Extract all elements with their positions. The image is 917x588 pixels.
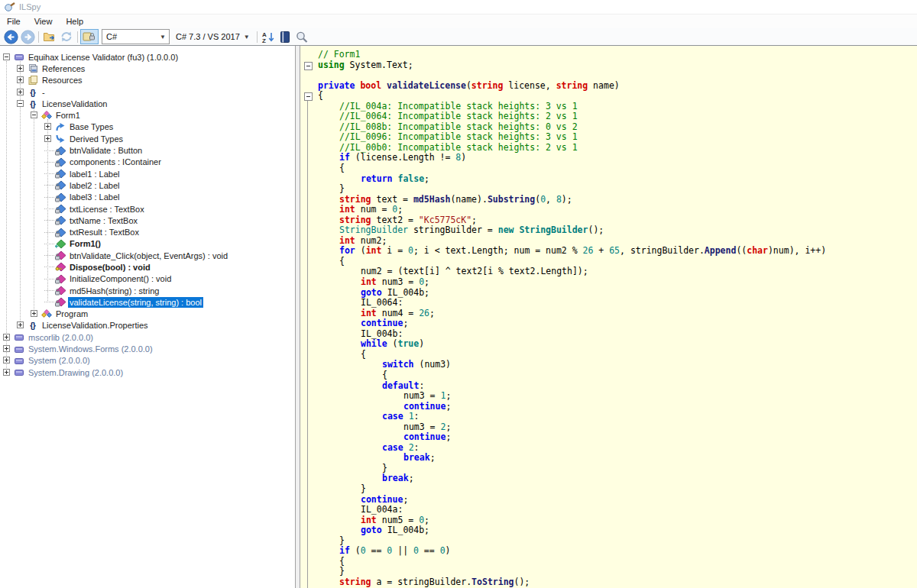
fold-collapse-icon[interactable]	[304, 92, 313, 101]
assembly-tree: Equihax License Validator (fu3) (1.0.0.0…	[0, 46, 296, 588]
forward-button[interactable]	[19, 29, 36, 44]
tree-item[interactable]: Form1()	[0, 238, 295, 250]
tree-item-label: txtName : TextBox	[68, 215, 139, 226]
decompile-view-button[interactable]	[277, 29, 293, 44]
tree-item-label: Derived Types	[68, 134, 125, 144]
field-private-icon	[54, 146, 66, 156]
search-button[interactable]	[293, 29, 310, 44]
expand-expander-icon[interactable]	[44, 122, 51, 131]
code-line: }	[300, 567, 917, 577]
tree-item[interactable]: Base Types	[0, 121, 295, 133]
expand-expander-icon[interactable]	[44, 134, 51, 144]
code-line: string text2 = "Kc5775cK";	[300, 215, 917, 226]
tree-item[interactable]: label3 : Label	[0, 192, 295, 203]
expand-expander-icon[interactable]	[3, 356, 10, 365]
code-line: continue;	[300, 318, 917, 329]
expand-expander-icon[interactable]	[3, 344, 10, 354]
tree-item[interactable]: {}LicenseValidation.Properties	[0, 320, 295, 331]
tree-item[interactable]: System.Drawing (2.0.0.0)	[0, 367, 295, 378]
svg-text:Z: Z	[262, 37, 266, 44]
tree-item[interactable]: Derived Types	[0, 133, 295, 144]
code-line: }	[300, 464, 917, 474]
tree-item[interactable]: label2 : Label	[0, 179, 295, 191]
tree-item-label: InitializeComponent() : void	[68, 273, 173, 284]
tree-item[interactable]: Resources	[0, 75, 295, 86]
tree-item-label: System.Windows.Forms (2.0.0.0)	[27, 344, 154, 354]
tree-item-label: Program	[54, 309, 89, 319]
code-line: break;	[300, 473, 917, 484]
tree-item-label: Dispose(bool) : void	[68, 262, 152, 273]
tree-item[interactable]: components : IContainer	[0, 157, 295, 168]
tree-item[interactable]: txtLicense : TextBox	[0, 203, 295, 215]
language-version-select[interactable]: C# 7.3 / VS 2017 ▼	[176, 32, 250, 41]
menu-help[interactable]: Help	[59, 15, 90, 27]
code-line: int num3 = 0;	[300, 277, 917, 288]
tree-item[interactable]: InitializeComponent() : void	[0, 273, 295, 285]
collapse-expander-icon[interactable]	[3, 53, 10, 62]
assembly-icon	[13, 367, 24, 377]
title-bar: ILSpy	[0, 0, 917, 15]
back-button[interactable]	[2, 29, 19, 44]
field-private-icon	[54, 204, 66, 214]
chevron-down-icon: ▼	[244, 34, 250, 40]
code-line: //IL_00b0: Incompatible stack heights: 2…	[300, 143, 917, 153]
code-line: string a = stringBuilder.ToString();	[300, 577, 917, 588]
toolbar-separator	[77, 31, 78, 43]
toolbar-separator	[38, 31, 39, 43]
collapse-expander-icon[interactable]	[31, 111, 37, 120]
tree-item[interactable]: Form1	[0, 109, 295, 121]
tree-item[interactable]: txtResult : TextBox	[0, 226, 295, 237]
tree-item[interactable]: btnValidate : Button	[0, 144, 295, 156]
tree-item[interactable]: Dispose(bool) : void	[0, 261, 295, 273]
namespace-icon: {}	[27, 87, 38, 97]
sort-assemblies-button[interactable]: AZ	[260, 29, 277, 44]
tree-item[interactable]: {}LicenseValidation	[0, 98, 295, 109]
tree-item-label: label3 : Label	[68, 192, 121, 202]
tree-item-label: btnValidate : Button	[68, 145, 144, 156]
expand-expander-icon[interactable]	[3, 368, 10, 377]
expand-expander-icon[interactable]	[17, 321, 24, 330]
tree-item[interactable]: txtName : TextBox	[0, 215, 295, 226]
tree-item[interactable]: System.Windows.Forms (2.0.0.0)	[0, 343, 295, 354]
tree-item[interactable]: mscorlib (2.0.0.0)	[0, 331, 295, 343]
tree-item[interactable]: Equihax License Validator (fu3) (1.0.0.0…	[0, 51, 295, 63]
open-file-button[interactable]	[41, 29, 58, 44]
menu-view[interactable]: View	[28, 15, 60, 27]
code-line: {	[300, 163, 917, 174]
tree-item[interactable]: validateLicense(string, string) : bool	[0, 296, 295, 308]
expand-expander-icon[interactable]	[17, 88, 24, 97]
tree-item[interactable]: Program	[0, 309, 295, 320]
tree-item[interactable]: btnValidate_Click(object, EventArgs) : v…	[0, 250, 295, 261]
code-line: IL_0064:	[300, 298, 917, 309]
tree-connector	[44, 173, 54, 174]
code-line: while (true)	[300, 339, 917, 350]
code-line: if (0 == 0 || 0 == 0)	[300, 546, 917, 557]
menu-file[interactable]: File	[0, 15, 28, 27]
expand-expander-icon[interactable]	[17, 64, 24, 73]
tree-item[interactable]: System (2.0.0.0)	[0, 355, 295, 367]
tree-item[interactable]: label1 : Label	[0, 168, 295, 179]
tree-connector	[44, 244, 54, 244]
expand-expander-icon[interactable]	[31, 309, 37, 318]
code-line: case 1:	[300, 412, 917, 422]
show-internal-api-toggle[interactable]	[80, 29, 99, 44]
tree-item[interactable]: {}-	[0, 86, 295, 98]
collapse-expander-icon[interactable]	[17, 99, 24, 108]
tree-item-label: Base Types	[68, 121, 115, 132]
fold-collapse-icon[interactable]	[304, 62, 313, 70]
code-line: switch (num3)	[300, 360, 917, 370]
tree-connector	[44, 162, 54, 163]
assembly-icon	[13, 332, 24, 342]
expand-expander-icon[interactable]	[3, 333, 10, 342]
tree-item[interactable]: md5Hash(string) : string	[0, 285, 295, 296]
refresh-button[interactable]	[58, 29, 75, 44]
tree-item-label: Form1()	[68, 238, 102, 249]
expand-expander-icon[interactable]	[17, 76, 24, 85]
code-line: string text = md5Hash(name).Substring(0,…	[300, 195, 917, 205]
assembly-icon	[13, 344, 24, 354]
tree-item[interactable]: References	[0, 63, 295, 74]
code-line: private bool validateLicense(string lice…	[300, 81, 917, 92]
language-select[interactable]: C# ▼	[102, 29, 170, 44]
namespace-icon: {}	[27, 99, 38, 108]
tree-connector	[44, 208, 54, 209]
